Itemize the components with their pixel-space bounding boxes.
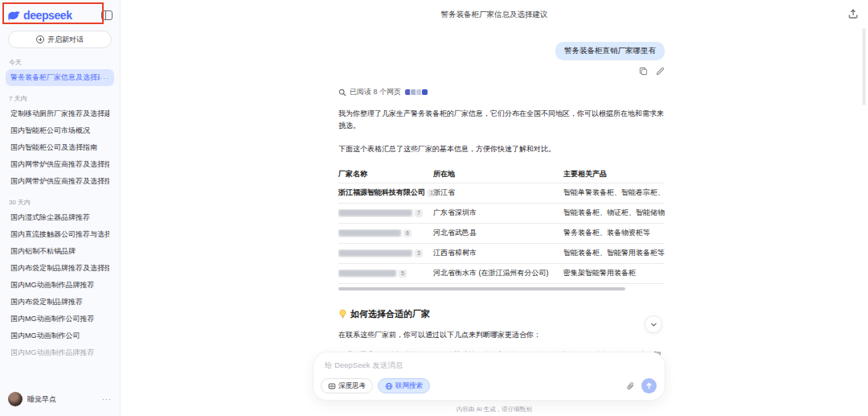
sidebar-item[interactable]: 国内智能柜公司及选择指南 (6, 139, 114, 156)
whale-logo-icon (7, 10, 21, 21)
location-cell: 广东省深圳市 (433, 208, 563, 218)
sidebar-item-label: 国内MG动画制作品牌推荐 (10, 348, 95, 358)
web-search-label: 联网搜索 (395, 381, 423, 391)
sidebar-item[interactable]: 国内网带炉供应商推荐及选择指南 (6, 156, 114, 173)
paperclip-icon[interactable] (626, 381, 635, 391)
deep-think-button[interactable]: 深度思考 (321, 378, 373, 393)
citation-badge[interactable]: 1 (428, 189, 433, 197)
sidebar-item[interactable]: 警务装备柜厂家信息及选择建议··· (6, 69, 114, 86)
citation-badge[interactable]: 3 (415, 249, 423, 257)
redacted-name (338, 229, 401, 237)
source-favicons (406, 89, 428, 96)
scrollbar-thumb[interactable] (338, 287, 625, 290)
sidebar-item-label: 定制移动厕所厂家推荐及选择建议 (10, 109, 109, 119)
copy-icon[interactable] (639, 67, 648, 76)
sidebar-item-label: 国内布袋定制品牌推荐 (10, 297, 83, 307)
web-search-button[interactable]: 联网搜索 (378, 378, 430, 393)
sidebar-item[interactable]: 国内MG动画制作品牌推荐 (6, 344, 114, 361)
sidebar-item-label: 国内铝制不粘锅品牌 (10, 246, 76, 257)
sidebar-item[interactable]: 国内智能柜公司市场概况 (6, 122, 114, 139)
sidebar-item-label: 国内网带炉供应商推荐及选择指南 (10, 159, 109, 170)
send-button[interactable] (641, 378, 657, 393)
sidebar-item-label: 警务装备柜厂家信息及选择建议 (10, 72, 100, 83)
avatar[interactable] (8, 392, 23, 406)
table-header-row: 厂家名称所在地主要相关产品 (338, 166, 665, 183)
share-icon (848, 9, 858, 19)
logo-text: deepseek (23, 9, 72, 22)
deepseek-logo[interactable]: deepseek (7, 9, 72, 22)
manufacturer-name-cell: 3 (338, 249, 433, 257)
composer: 深度思考 联网搜索 (313, 352, 665, 401)
web-read-status[interactable]: 已阅读 8 个网页 (338, 87, 665, 97)
profile-menu-icon[interactable]: ··· (102, 395, 112, 403)
scroll-to-bottom-button[interactable] (645, 315, 662, 333)
edit-icon[interactable] (656, 67, 665, 76)
section-intro: 在联系这些厂家前，你可以通过以下几点来判断哪家更适合你： (338, 330, 665, 340)
arrow-up-icon (645, 382, 653, 389)
horizontal-scrollbar[interactable] (338, 287, 665, 290)
sidebar-item-label: 国内布袋定制品牌推荐及选择指南 (10, 263, 109, 274)
sidebar-section-label: 30 天内 (9, 198, 111, 207)
sidebar-section-label: 7 天内 (9, 94, 111, 103)
manufacturer-name-cell: 浙江福源智能科技有限公司1 (338, 187, 433, 198)
table-header-cell: 主要相关产品 (563, 169, 665, 179)
citation-badge[interactable]: 6 (403, 229, 411, 237)
table-header-cell: 厂家名称 (338, 169, 433, 179)
manufacturer-name-cell: 5 (338, 270, 433, 278)
sidebar-item[interactable]: 国内布袋定制品牌推荐 (6, 294, 114, 311)
favicon (421, 89, 428, 96)
sidebar-item[interactable]: 国内湿式除尘器品牌推荐 (6, 209, 114, 226)
sidebar-item-label: 国内网带炉供应商推荐及选择指南 (10, 176, 109, 187)
sidebar-item[interactable]: 国内网带炉供应商推荐及选择指南 (6, 173, 114, 190)
sidebar-item[interactable]: 国内MG动画制作品牌推荐 (6, 277, 114, 294)
profile-name: 睡觉早点 (27, 394, 97, 405)
redacted-name (338, 209, 412, 216)
plus-circle-icon (36, 35, 44, 43)
table-row: 5河北省衡水市 (在浙江温州有分公司)密集架智能警用装备柜 (338, 264, 665, 284)
sidebar-item-label: 国内MG动画制作公司推荐 (10, 314, 95, 324)
citation-badge[interactable]: 5 (399, 270, 407, 278)
sidebar-item[interactable]: 国内MG动画制作公司 (6, 327, 114, 344)
sidebar-item[interactable]: 定制移动厕所厂家推荐及选择建议 (6, 105, 114, 122)
sidebar-item-label: 国内湿式除尘器品牌推荐 (10, 212, 90, 223)
sidebar-item[interactable]: 国内铝制不粘锅品牌 (6, 243, 114, 260)
globe-icon (385, 382, 393, 390)
read-status-text: 已阅读 8 个网页 (350, 87, 401, 97)
redacted-name (338, 270, 396, 277)
deep-think-icon (328, 382, 336, 390)
collapse-sidebar-icon[interactable] (101, 10, 113, 20)
manufacturer-table: 厂家名称所在地主要相关产品浙江福源智能科技有限公司1浙江省智能单警装备柜、智能卷… (338, 166, 665, 284)
message-input[interactable] (325, 359, 653, 370)
location-cell: 浙江省 (433, 187, 563, 198)
sidebar-item[interactable]: 国内MG动画制作公司推荐 (6, 311, 114, 327)
bulb-icon (338, 309, 347, 319)
sidebar-item-label: 国内智能柜公司及选择指南 (10, 142, 97, 153)
item-menu-icon[interactable]: ··· (100, 74, 109, 82)
table-row: 6河北省武邑县警务装备柜、装备物资柜等 (338, 224, 665, 244)
citation-badge[interactable]: 7 (415, 209, 423, 217)
sidebar-item-label: 国内MG动画制作品牌推荐 (10, 280, 95, 290)
products-cell: 智能装备柜、智能警用装备柜等 (563, 248, 665, 258)
profile-row[interactable]: 睡觉早点 ··· (6, 389, 114, 410)
sidebar-item[interactable]: 国内布袋定制品牌推荐及选择指南 (6, 260, 114, 277)
share-button[interactable] (845, 6, 860, 21)
section-heading-text: 如何选择合适的厂家 (350, 308, 430, 320)
location-cell: 江西省樟树市 (433, 248, 563, 258)
products-cell: 密集架智能警用装备柜 (563, 268, 665, 278)
products-cell: 智能单警装备柜、智能卷宗柜、物证 (563, 187, 665, 198)
table-row: 浙江福源智能科技有限公司1浙江省智能单警装备柜、智能卷宗柜、物证 (338, 183, 665, 204)
table-header-cell: 所在地 (433, 169, 563, 179)
table-row: 7广东省深圳市智能装备柜、物证柜、智能储物柜 (338, 204, 665, 224)
chat-history-list: 今天警务装备柜厂家信息及选择建议···7 天内定制移动厕所厂家推荐及选择建议国内… (6, 50, 114, 389)
chat-area: 警务装备柜直销厂家哪里有 已阅读 8 个网页 我为你整理了几家生产警务装备柜的厂… (338, 0, 665, 373)
deep-think-label: 深度思考 (338, 381, 366, 391)
new-chat-button[interactable]: 开启新对话 (8, 31, 112, 48)
manufacturer-name-cell: 6 (338, 229, 433, 237)
vertical-scrollbar[interactable] (862, 28, 866, 105)
sidebar-item[interactable]: 国内直流接触器公司推荐与选择... (6, 226, 114, 243)
user-message-bubble: 警务装备柜直销厂家哪里有 (555, 42, 665, 60)
redacted-name (338, 249, 412, 257)
manufacturer-name: 浙江福源智能科技有限公司 (338, 187, 425, 198)
products-cell: 智能装备柜、物证柜、智能储物柜 (563, 208, 665, 218)
location-cell: 河北省衡水市 (在浙江温州有分公司) (433, 268, 563, 278)
